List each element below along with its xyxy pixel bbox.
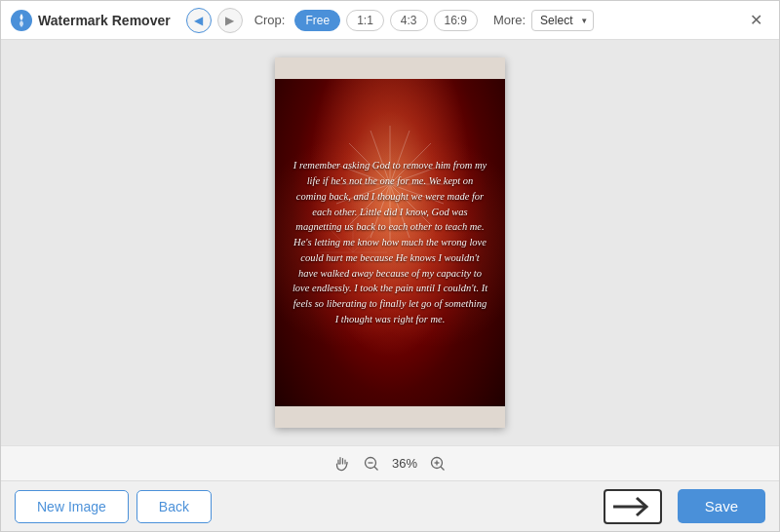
- zoom-bar: 36%: [1, 445, 779, 480]
- title-bar: Watermark Remover ◀ ▶ Crop: Free 1:1 4:3…: [1, 1, 779, 40]
- close-button[interactable]: ✕: [742, 7, 769, 34]
- more-select[interactable]: Select: [531, 10, 594, 31]
- more-label: More:: [493, 13, 526, 27]
- image-text: I remember asking God to remove him from…: [291, 158, 489, 326]
- svg-line-24: [374, 467, 378, 471]
- new-image-button[interactable]: New Image: [15, 490, 129, 523]
- canvas-area: I remember asking God to remove him from…: [1, 40, 779, 445]
- hand-tool-icon[interactable]: [333, 455, 351, 473]
- arrow-svg: [604, 489, 662, 524]
- bottom-bar-right: Save: [604, 489, 765, 524]
- back-button[interactable]: Back: [136, 490, 212, 523]
- zoom-out-icon[interactable]: [363, 455, 380, 473]
- forward-nav-button[interactable]: ▶: [217, 8, 243, 33]
- image-container: I remember asking God to remove him from…: [275, 57, 505, 428]
- crop-16-9-button[interactable]: 16:9: [434, 10, 478, 31]
- arrow-indicator: [604, 489, 662, 524]
- app-title: Watermark Remover: [38, 13, 171, 28]
- paper-border-bottom: [275, 406, 505, 428]
- save-button[interactable]: Save: [678, 489, 765, 523]
- select-wrapper: Select: [531, 10, 594, 31]
- back-nav-button[interactable]: ◀: [186, 8, 212, 33]
- image-text-overlay: I remember asking God to remove him from…: [275, 79, 505, 406]
- crop-free-button[interactable]: Free: [294, 10, 340, 31]
- crop-1-1-button[interactable]: 1:1: [346, 10, 384, 31]
- toolbar-controls: ◀ ▶ Crop: Free 1:1 4:3 16:9 More: Select: [186, 8, 742, 33]
- crop-label: Crop:: [254, 13, 286, 27]
- bottom-bar-left: New Image Back: [15, 490, 212, 523]
- app-logo: [11, 10, 32, 31]
- zoom-level: 36%: [392, 456, 417, 471]
- bottom-bar: New Image Back Save: [1, 480, 779, 531]
- svg-line-28: [441, 467, 445, 471]
- crop-4-3-button[interactable]: 4:3: [390, 10, 428, 31]
- paper-border-top: [275, 57, 505, 79]
- image-preview: I remember asking God to remove him from…: [275, 57, 505, 428]
- zoom-in-icon[interactable]: [429, 455, 447, 473]
